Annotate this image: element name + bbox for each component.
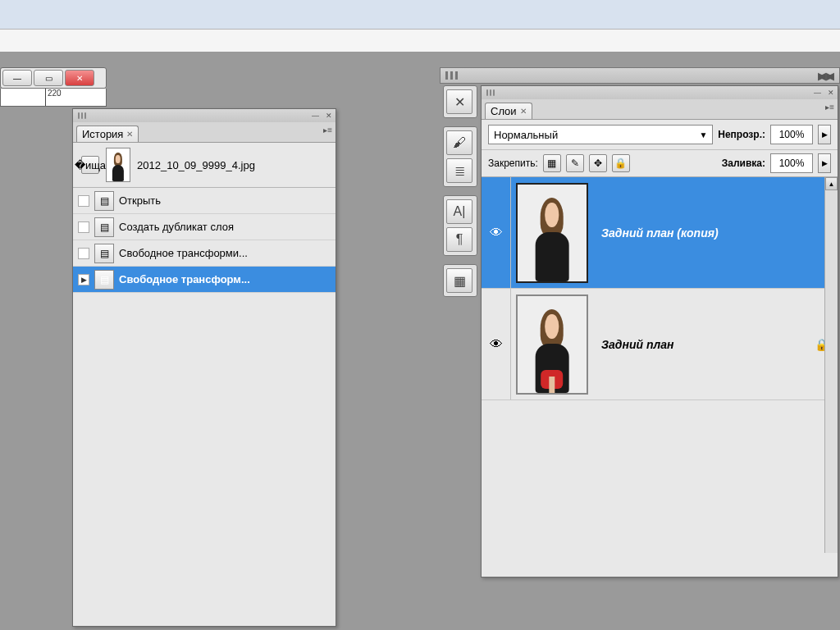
dropdown-arrow-icon: ▼ [699, 130, 707, 139]
layer-row[interactable]: 👁 Задний план (копия) [482, 177, 838, 289]
app-titlebar [0, 0, 840, 30]
properties-icon[interactable]: ≣ [446, 158, 472, 183]
tools-icon[interactable]: ✕ [446, 89, 472, 114]
history-step[interactable]: ▤ Открыть [73, 188, 336, 214]
layers-panel: — ✕ Слои ✕ ▸≡ Нормальный ▼ Непрозр.: 100… [481, 85, 838, 578]
collapse-right-icon[interactable]: ▶▶ [818, 70, 834, 82]
layer-name[interactable]: Задний план (копия) [593, 226, 805, 240]
blend-mode-value: Нормальный [494, 129, 558, 141]
history-step[interactable]: ▤ Свободное трансформи... [73, 240, 336, 267]
maximize-button[interactable]: ▭ [34, 70, 63, 86]
lock-all-icon[interactable]: 🔒 [612, 154, 630, 172]
panel-menu-icon[interactable]: ▸≡ [323, 126, 332, 135]
lock-pixels-icon[interactable]: ✎ [566, 154, 584, 172]
history-body: �ища 2012_10_09_9999_4.jpg ▤ Открыть ▤ С… [73, 143, 336, 626]
layer-row[interactable]: 👁 Задний план 🔒 [482, 289, 838, 400]
opacity-flyout-icon[interactable]: ▶ [818, 125, 831, 144]
tool-group: ▦ [443, 264, 477, 297]
right-dock-header[interactable]: ◀◀ ▶▶ [440, 67, 840, 84]
opacity-label: Непрозр.: [718, 129, 765, 140]
layers-shortcut-icon[interactable]: ▦ [446, 268, 472, 293]
opacity-input[interactable]: 100% [770, 125, 813, 144]
layer-thumbnail[interactable] [516, 294, 588, 395]
step-label: Создать дубликат слоя [119, 221, 331, 233]
document-thumbnail [106, 148, 130, 182]
fill-label: Заливка: [722, 158, 765, 169]
tool-group: A| ¶ [443, 195, 477, 256]
lock-label: Закрепить: [488, 158, 538, 169]
dock-tool-strip: ✕ 🖌 ≣ A| ¶ ▦ [443, 85, 477, 297]
layer-thumbnail[interactable] [516, 183, 588, 283]
history-step[interactable]: ▤ Свободное трансформ... [73, 267, 336, 293]
history-current-marker[interactable] [78, 274, 89, 285]
minimize-panel-icon[interactable]: — [812, 89, 823, 97]
history-document-row[interactable]: �ища 2012_10_09_9999_4.jpg [73, 143, 336, 188]
step-label: Свободное трансформи... [119, 247, 331, 259]
step-label: Свободное трансформ... [119, 273, 331, 285]
dock-grip-icon [445, 71, 458, 80]
lock-position-icon[interactable]: ✥ [589, 154, 607, 172]
brushes-icon[interactable]: 🖌 [446, 130, 472, 155]
blend-opacity-row: Нормальный ▼ Непрозр.: 100% ▶ [482, 120, 838, 150]
paragraph-icon[interactable]: ¶ [446, 227, 472, 252]
character-icon[interactable]: A| [446, 199, 472, 224]
history-steps-list: ▤ Открыть ▤ Создать дубликат слоя ▤ Своб… [73, 188, 336, 293]
visibility-toggle-icon[interactable]: 👁 [482, 177, 511, 288]
panel-drag-header[interactable]: — ✕ [482, 86, 838, 99]
tab-history[interactable]: История ✕ [76, 126, 139, 142]
step-icon: ▤ [94, 191, 114, 211]
minimize-panel-icon[interactable]: — [310, 112, 321, 120]
history-marker[interactable] [78, 195, 89, 207]
tool-group: 🖌 ≣ [443, 126, 477, 187]
layer-name[interactable]: Задний план [593, 338, 805, 351]
close-panel-icon[interactable]: ✕ [324, 112, 334, 120]
blend-mode-select[interactable]: Нормальный ▼ [488, 125, 713, 144]
window-controls: — ▭ ✕ [0, 67, 107, 89]
layers-list: 👁 Задний план (копия) 👁 Задний план 🔒 ▲ [482, 177, 838, 553]
fill-flyout-icon[interactable]: ▶ [818, 153, 831, 173]
panel-tabs: История ✕ ▸≡ [73, 122, 336, 143]
document-window-chrome: — ▭ ✕ 220 [0, 67, 107, 107]
ruler-tick: 220 [45, 89, 62, 106]
horizontal-ruler: 220 [0, 89, 107, 107]
close-button[interactable]: ✕ [65, 70, 94, 86]
fill-input[interactable]: 100% [770, 153, 813, 173]
app-toolbar [0, 30, 840, 52]
step-icon: ▤ [94, 270, 114, 290]
document-filename: 2012_10_09_9999_4.jpg [137, 159, 255, 171]
close-tab-icon[interactable]: ✕ [126, 130, 133, 139]
history-panel: — ✕ История ✕ ▸≡ �ища 2012_10_09_9999_4.… [72, 108, 336, 627]
step-icon: ▤ [94, 244, 114, 263]
lock-transparency-icon[interactable]: ▦ [543, 154, 561, 172]
tool-group: ✕ [443, 85, 477, 118]
tab-label: История [82, 128, 123, 140]
history-step[interactable]: ▤ Создать дубликат слоя [73, 214, 336, 240]
vertical-scrollbar[interactable]: ▲ [824, 177, 838, 553]
close-panel-icon[interactable]: ✕ [826, 89, 836, 97]
step-label: Открыть [119, 194, 331, 207]
history-marker[interactable] [78, 221, 89, 233]
tab-label: Слои [491, 105, 517, 117]
panel-tabs: Слои ✕ ▸≡ [482, 99, 838, 120]
tab-layers[interactable]: Слои ✕ [485, 103, 532, 119]
history-marker[interactable] [78, 248, 89, 259]
lock-fill-row: Закрепить: ▦ ✎ ✥ 🔒 Заливка: 100% ▶ [482, 150, 838, 177]
panel-menu-icon[interactable]: ▸≡ [825, 103, 834, 112]
minimize-button[interactable]: — [2, 70, 32, 86]
panel-drag-header[interactable]: — ✕ [73, 109, 336, 122]
visibility-toggle-icon[interactable]: 👁 [482, 289, 511, 399]
close-tab-icon[interactable]: ✕ [520, 107, 527, 116]
history-brush-icon[interactable]: �ища [81, 156, 99, 174]
step-icon: ▤ [94, 217, 114, 237]
scroll-up-icon[interactable]: ▲ [825, 177, 838, 190]
